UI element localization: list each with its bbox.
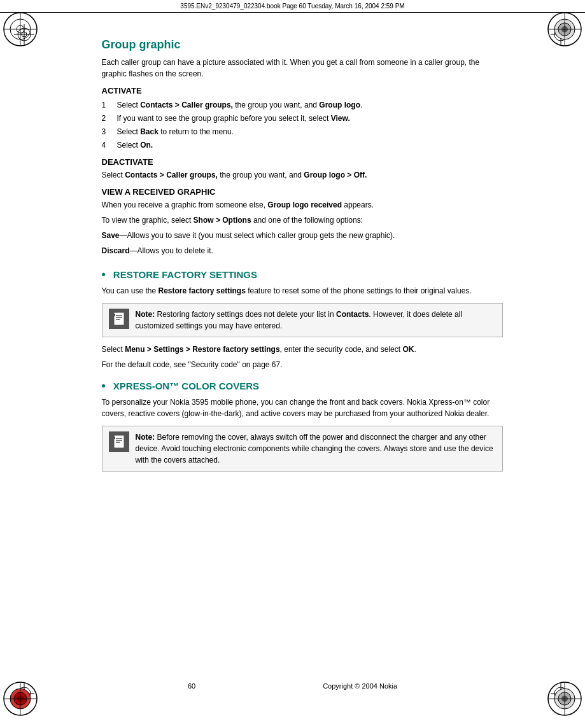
restore-instruction: Select Menu > Settings > Restore factory… — [102, 344, 503, 355]
deco-circle-tl — [3, 11, 38, 47]
xpress-title-text: XPRESS-ON™ COLOR COVERS — [113, 381, 259, 391]
restore-default-code: For the default code, see "Security code… — [102, 359, 503, 370]
svg-rect-39 — [114, 312, 124, 325]
deactivate-text: Select Contacts > Caller groups, the gro… — [102, 169, 503, 181]
xpress-note-text: Note: Before removing the cover, always … — [136, 431, 496, 466]
xpress-bullet: • — [102, 379, 106, 393]
step-2-text: If you want to see the group graphic bef… — [117, 113, 350, 124]
deco-circle-tr — [547, 11, 582, 47]
xpress-note-icon — [109, 431, 129, 452]
step-1: 1 Select Contacts > Caller groups, the g… — [102, 99, 503, 111]
footer-page: 60 — [188, 682, 195, 690]
restore-note-icon — [109, 309, 129, 329]
restore-note-text: Note: Restoring factory settings does no… — [136, 309, 496, 332]
activate-steps: 1 Select Contacts > Caller groups, the g… — [102, 99, 503, 151]
deactivate-heading: DEACTIVATE — [102, 157, 503, 167]
group-graphic-intro: Each caller group can have a picture ass… — [102, 57, 503, 80]
step-2-num: 2 — [102, 113, 117, 124]
restore-title-text: RESTORE FACTORY SETTINGS — [113, 269, 257, 280]
view-heading: VIEW A RECEIVED GRAPHIC — [102, 187, 503, 197]
header-text: 3595.ENv2_9230479_022304.book Page 60 Tu… — [180, 3, 404, 10]
save-text: Save—Allows you to save it (you must sel… — [102, 230, 503, 241]
discard-text: Discard—Allows you to delete it. — [102, 245, 503, 256]
step-4-text: Select On. — [117, 139, 153, 151]
view-text1: When you receive a graphic from someone … — [102, 199, 503, 211]
xpress-note-box: Note: Before removing the cover, always … — [102, 426, 503, 472]
xpress-title: • XPRESS-ON™ COLOR COVERS — [102, 379, 503, 393]
step-4: 4 Select On. — [102, 139, 503, 151]
restore-section: • RESTORE FACTORY SETTINGS You can use t… — [102, 268, 503, 370]
svg-rect-48 — [113, 437, 115, 439]
xpress-section: • XPRESS-ON™ COLOR COVERS To personalize… — [102, 379, 503, 472]
step-3: 3 Select Back to return to the menu. — [102, 126, 503, 137]
group-graphic-section: Group graphic Each caller group can have… — [102, 38, 503, 256]
xpress-note-icon-svg — [112, 435, 126, 449]
restore-bullet: • — [102, 268, 106, 281]
restore-note-box: Note: Restoring factory settings does no… — [102, 303, 503, 337]
restore-title: • RESTORE FACTORY SETTINGS — [102, 268, 503, 281]
restore-intro: You can use the Restore factory settings… — [102, 285, 503, 297]
step-2: 2 If you want to see the group graphic b… — [102, 113, 503, 124]
step-1-num: 1 — [102, 99, 117, 111]
step-3-text: Select Back to return to the menu. — [117, 126, 234, 137]
svg-rect-43 — [113, 314, 115, 316]
view-text2: To view the graphic, select Show > Optio… — [102, 214, 503, 226]
step-4-num: 4 — [102, 139, 117, 151]
main-content: Group graphic Each caller group can have… — [19, 13, 567, 516]
footer: 60 Copyright © 2004 Nokia — [0, 682, 585, 690]
activate-heading: ACTIVATE — [102, 86, 503, 95]
group-graphic-title: Group graphic — [102, 38, 503, 52]
step-3-num: 3 — [102, 126, 117, 137]
footer-copyright: Copyright © 2004 Nokia — [323, 682, 397, 690]
step-1-text: Select Contacts > Caller groups, the gro… — [117, 99, 363, 111]
note-icon-svg — [112, 312, 126, 326]
xpress-intro: To personalize your Nokia 3595 mobile ph… — [102, 396, 503, 419]
header-bar: 3595.ENv2_9230479_022304.book Page 60 Tu… — [0, 0, 585, 13]
svg-rect-44 — [114, 435, 124, 448]
